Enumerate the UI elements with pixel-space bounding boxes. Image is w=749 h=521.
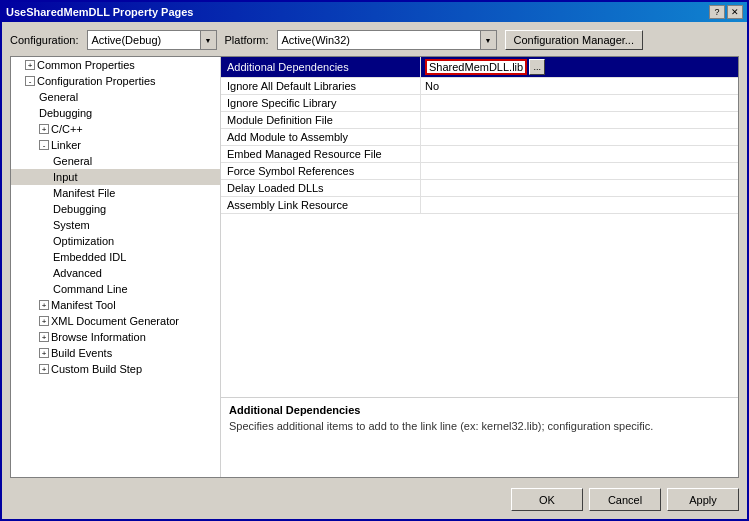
prop-row-add-module[interactable]: Add Module to Assembly: [221, 129, 738, 146]
config-label: Configuration:: [10, 34, 79, 46]
prop-value-assembly-link: [421, 197, 738, 213]
main-window: UseSharedMemDLL Property Pages ? ✕ Confi…: [0, 0, 749, 521]
tree-item-xml-doc-gen[interactable]: + XML Document Generator: [11, 313, 220, 329]
ellipsis-button[interactable]: ...: [529, 59, 545, 75]
prop-row-assembly-link[interactable]: Assembly Link Resource: [221, 197, 738, 214]
right-panel: Additional Dependencies SharedMemDLL.lib…: [221, 57, 738, 477]
prop-value-embed-managed: [421, 146, 738, 162]
prop-value-text: SharedMemDLL.lib: [425, 59, 527, 75]
prop-value-ignore-all-default: No: [421, 78, 738, 94]
tree-label: System: [53, 219, 90, 231]
prop-row-force-symbol[interactable]: Force Symbol References: [221, 163, 738, 180]
prop-name-delay-loaded: Delay Loaded DLLs: [221, 180, 421, 196]
title-bar: UseSharedMemDLL Property Pages ? ✕: [2, 2, 747, 22]
tree-label: XML Document Generator: [51, 315, 179, 327]
description-title: Additional Dependencies: [229, 404, 730, 416]
tree-item-linker-input[interactable]: Input: [11, 169, 220, 185]
prop-row-embed-managed[interactable]: Embed Managed Resource File: [221, 146, 738, 163]
expand-icon: +: [25, 60, 35, 70]
tree-label: Configuration Properties: [37, 75, 156, 87]
prop-row-module-def-file[interactable]: Module Definition File: [221, 112, 738, 129]
tree-item-command-line[interactable]: Command Line: [11, 281, 220, 297]
tree-item-common-properties[interactable]: + Common Properties: [11, 57, 220, 73]
tree-item-cpp[interactable]: + C/C++: [11, 121, 220, 137]
tree-item-browse-info[interactable]: + Browse Information: [11, 329, 220, 345]
prop-value-delay-loaded: [421, 180, 738, 196]
prop-name-additional-deps: Additional Dependencies: [221, 57, 421, 77]
config-manager-button[interactable]: Configuration Manager...: [505, 30, 643, 50]
close-button[interactable]: ✕: [727, 5, 743, 19]
expand-icon: -: [39, 140, 49, 150]
platform-dropdown-arrow[interactable]: ▼: [480, 31, 496, 49]
ok-button[interactable]: OK: [511, 488, 583, 511]
platform-label: Platform:: [225, 34, 269, 46]
tree-label: General: [39, 91, 78, 103]
prop-name-ignore-all-default: Ignore All Default Libraries: [221, 78, 421, 94]
prop-value-additional-deps: SharedMemDLL.lib ...: [421, 57, 738, 77]
prop-row-ignore-all-default[interactable]: Ignore All Default Libraries No: [221, 78, 738, 95]
expand-icon: +: [39, 332, 49, 342]
config-dropdown[interactable]: Active(Debug) ▼: [87, 30, 217, 50]
tree-item-system[interactable]: System: [11, 217, 220, 233]
tree-item-config-properties[interactable]: - Configuration Properties: [11, 73, 220, 89]
expand-icon: +: [39, 364, 49, 374]
expand-icon: +: [39, 316, 49, 326]
tree-item-linker-general[interactable]: General: [11, 153, 220, 169]
tree-label: Build Events: [51, 347, 112, 359]
prop-name-assembly-link: Assembly Link Resource: [221, 197, 421, 213]
expand-icon: +: [39, 300, 49, 310]
description-panel: Additional Dependencies Specifies additi…: [221, 397, 738, 477]
config-value: Active(Debug): [88, 34, 200, 46]
tree-item-linker[interactable]: - Linker: [11, 137, 220, 153]
tree-label: Debugging: [39, 107, 92, 119]
main-area: + Common Properties - Configuration Prop…: [10, 56, 739, 478]
tree-label: Linker: [51, 139, 81, 151]
tree-item-embedded-idl[interactable]: Embedded IDL: [11, 249, 220, 265]
tree-label: General: [53, 155, 92, 167]
platform-value: Active(Win32): [278, 34, 480, 46]
tree-item-linker-debugging[interactable]: Debugging: [11, 201, 220, 217]
prop-name-module-def: Module Definition File: [221, 112, 421, 128]
tree-label: Debugging: [53, 203, 106, 215]
prop-name-embed-managed: Embed Managed Resource File: [221, 146, 421, 162]
properties-grid: Additional Dependencies SharedMemDLL.lib…: [221, 57, 738, 397]
description-text: Specifies additional items to add to the…: [229, 420, 730, 432]
prop-value-module-def: [421, 112, 738, 128]
title-bar-buttons: ? ✕: [709, 5, 743, 19]
tree-item-optimization[interactable]: Optimization: [11, 233, 220, 249]
prop-row-additional-dependencies[interactable]: Additional Dependencies SharedMemDLL.lib…: [221, 57, 738, 78]
tree-item-general[interactable]: General: [11, 89, 220, 105]
cancel-button[interactable]: Cancel: [589, 488, 661, 511]
tree-label: Advanced: [53, 267, 102, 279]
top-bar: Configuration: Active(Debug) ▼ Platform:…: [10, 30, 739, 50]
expand-icon: +: [39, 124, 49, 134]
tree-item-manifest-tool[interactable]: + Manifest Tool: [11, 297, 220, 313]
help-button[interactable]: ?: [709, 5, 725, 19]
prop-value-add-module: [421, 129, 738, 145]
window-title: UseSharedMemDLL Property Pages: [6, 6, 193, 18]
tree-item-debugging[interactable]: Debugging: [11, 105, 220, 121]
tree-label: Common Properties: [37, 59, 135, 71]
tree-item-build-events[interactable]: + Build Events: [11, 345, 220, 361]
tree-label: Input: [53, 171, 77, 183]
prop-row-delay-loaded[interactable]: Delay Loaded DLLs: [221, 180, 738, 197]
tree-label: C/C++: [51, 123, 83, 135]
tree-label: Command Line: [53, 283, 128, 295]
tree-label: Manifest Tool: [51, 299, 116, 311]
tree-label: Optimization: [53, 235, 114, 247]
bottom-bar: OK Cancel Apply: [10, 484, 739, 511]
expand-icon: -: [25, 76, 35, 86]
left-panel: + Common Properties - Configuration Prop…: [11, 57, 221, 477]
config-dropdown-arrow[interactable]: ▼: [200, 31, 216, 49]
prop-row-ignore-specific[interactable]: Ignore Specific Library: [221, 95, 738, 112]
tree-label: Manifest File: [53, 187, 115, 199]
prop-value-force-symbol: [421, 163, 738, 179]
apply-button[interactable]: Apply: [667, 488, 739, 511]
tree-item-manifest-file[interactable]: Manifest File: [11, 185, 220, 201]
platform-dropdown[interactable]: Active(Win32) ▼: [277, 30, 497, 50]
expand-icon: +: [39, 348, 49, 358]
prop-name-force-symbol: Force Symbol References: [221, 163, 421, 179]
tree-label: Browse Information: [51, 331, 146, 343]
tree-item-custom-build[interactable]: + Custom Build Step: [11, 361, 220, 377]
tree-item-advanced[interactable]: Advanced: [11, 265, 220, 281]
